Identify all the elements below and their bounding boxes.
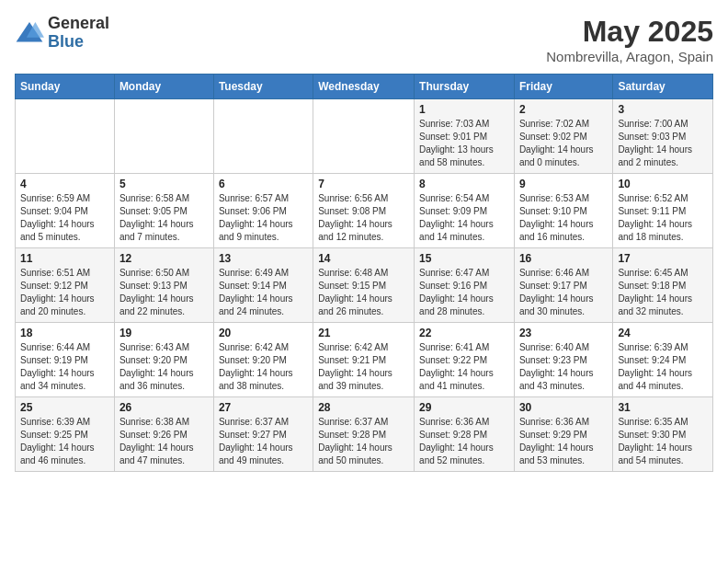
day-cell: 11Sunrise: 6:51 AMSunset: 9:12 PMDayligh… <box>16 248 115 323</box>
day-cell <box>16 99 115 174</box>
day-cell: 8Sunrise: 6:54 AMSunset: 9:09 PMDaylight… <box>415 174 515 248</box>
header-wednesday: Wednesday <box>313 75 415 99</box>
day-cell: 19Sunrise: 6:43 AMSunset: 9:20 PMDayligh… <box>114 323 213 397</box>
day-info: Sunrise: 6:54 AMSunset: 9:09 PMDaylight:… <box>419 192 509 244</box>
day-number: 26 <box>119 401 209 414</box>
day-cell: 16Sunrise: 6:46 AMSunset: 9:17 PMDayligh… <box>514 248 612 323</box>
day-cell: 23Sunrise: 6:40 AMSunset: 9:23 PMDayligh… <box>514 323 612 397</box>
day-cell: 14Sunrise: 6:48 AMSunset: 9:15 PMDayligh… <box>313 248 415 323</box>
day-info: Sunrise: 6:37 AMSunset: 9:28 PMDaylight:… <box>318 416 409 467</box>
day-cell: 9Sunrise: 6:53 AMSunset: 9:10 PMDaylight… <box>514 174 612 248</box>
week-row-2: 4Sunrise: 6:59 AMSunset: 9:04 PMDaylight… <box>16 174 713 248</box>
main-title: May 2025 <box>546 15 713 49</box>
day-number: 16 <box>519 252 608 265</box>
day-cell: 21Sunrise: 6:42 AMSunset: 9:21 PMDayligh… <box>313 323 415 397</box>
header-friday: Friday <box>514 75 612 99</box>
week-row-1: 1Sunrise: 7:03 AMSunset: 9:01 PMDaylight… <box>16 99 713 174</box>
day-number: 17 <box>618 252 708 265</box>
logo-blue: Blue <box>48 33 109 52</box>
day-cell: 28Sunrise: 6:37 AMSunset: 9:28 PMDayligh… <box>313 397 415 472</box>
day-number: 10 <box>618 178 708 190</box>
day-number: 15 <box>419 252 509 265</box>
day-number: 29 <box>419 401 509 414</box>
day-number: 25 <box>20 401 109 414</box>
day-number: 31 <box>618 401 708 414</box>
day-info: Sunrise: 6:46 AMSunset: 9:17 PMDaylight:… <box>519 267 608 318</box>
day-cell: 26Sunrise: 6:38 AMSunset: 9:26 PMDayligh… <box>114 397 213 472</box>
day-number: 30 <box>519 401 608 414</box>
day-number: 7 <box>318 178 409 190</box>
day-info: Sunrise: 6:50 AMSunset: 9:13 PMDaylight:… <box>119 267 209 318</box>
day-info: Sunrise: 6:37 AMSunset: 9:27 PMDaylight:… <box>219 416 308 467</box>
day-info: Sunrise: 7:00 AMSunset: 9:03 PMDaylight:… <box>618 118 708 169</box>
day-cell: 29Sunrise: 6:36 AMSunset: 9:28 PMDayligh… <box>415 397 515 472</box>
day-number: 27 <box>219 401 308 414</box>
day-cell: 20Sunrise: 6:42 AMSunset: 9:20 PMDayligh… <box>213 323 313 397</box>
day-info: Sunrise: 6:43 AMSunset: 9:20 PMDaylight:… <box>119 341 209 393</box>
day-cell: 10Sunrise: 6:52 AMSunset: 9:11 PMDayligh… <box>613 174 713 248</box>
day-number: 18 <box>20 327 109 339</box>
header-row: SundayMondayTuesdayWednesdayThursdayFrid… <box>16 75 713 99</box>
day-cell: 24Sunrise: 6:39 AMSunset: 9:24 PMDayligh… <box>613 323 713 397</box>
week-row-3: 11Sunrise: 6:51 AMSunset: 9:12 PMDayligh… <box>16 248 713 323</box>
day-info: Sunrise: 6:56 AMSunset: 9:08 PMDaylight:… <box>318 192 409 244</box>
day-number: 22 <box>419 327 509 339</box>
day-info: Sunrise: 6:49 AMSunset: 9:14 PMDaylight:… <box>219 267 308 318</box>
day-number: 5 <box>119 178 209 190</box>
day-info: Sunrise: 6:51 AMSunset: 9:12 PMDaylight:… <box>20 267 109 318</box>
day-info: Sunrise: 6:38 AMSunset: 9:26 PMDaylight:… <box>119 416 209 467</box>
day-cell <box>114 99 213 174</box>
day-cell: 5Sunrise: 6:58 AMSunset: 9:05 PMDaylight… <box>114 174 213 248</box>
day-info: Sunrise: 6:35 AMSunset: 9:30 PMDaylight:… <box>618 416 708 467</box>
day-info: Sunrise: 6:36 AMSunset: 9:28 PMDaylight:… <box>419 416 509 467</box>
header-sunday: Sunday <box>16 75 115 99</box>
day-cell: 17Sunrise: 6:45 AMSunset: 9:18 PMDayligh… <box>613 248 713 323</box>
day-number: 4 <box>20 178 109 190</box>
sub-title: Nombrevilla, Aragon, Spain <box>546 49 713 64</box>
calendar-table: SundayMondayTuesdayWednesdayThursdayFrid… <box>15 74 713 472</box>
day-number: 28 <box>318 401 409 414</box>
day-cell: 2Sunrise: 7:02 AMSunset: 9:02 PMDaylight… <box>514 99 612 174</box>
day-info: Sunrise: 6:44 AMSunset: 9:19 PMDaylight:… <box>20 341 109 393</box>
day-info: Sunrise: 6:48 AMSunset: 9:15 PMDaylight:… <box>318 267 409 318</box>
day-number: 3 <box>618 103 708 116</box>
day-info: Sunrise: 6:39 AMSunset: 9:24 PMDaylight:… <box>618 341 708 393</box>
day-number: 8 <box>419 178 509 190</box>
logo: General Blue <box>15 15 109 52</box>
day-cell: 15Sunrise: 6:47 AMSunset: 9:16 PMDayligh… <box>415 248 515 323</box>
day-number: 21 <box>318 327 409 339</box>
day-cell: 25Sunrise: 6:39 AMSunset: 9:25 PMDayligh… <box>16 397 115 472</box>
day-cell <box>313 99 415 174</box>
day-info: Sunrise: 6:47 AMSunset: 9:16 PMDaylight:… <box>419 267 509 318</box>
day-info: Sunrise: 6:36 AMSunset: 9:29 PMDaylight:… <box>519 416 608 467</box>
day-number: 12 <box>119 252 209 265</box>
day-info: Sunrise: 6:40 AMSunset: 9:23 PMDaylight:… <box>519 341 608 393</box>
title-block: May 2025 Nombrevilla, Aragon, Spain <box>546 15 713 64</box>
week-row-4: 18Sunrise: 6:44 AMSunset: 9:19 PMDayligh… <box>16 323 713 397</box>
day-info: Sunrise: 6:53 AMSunset: 9:10 PMDaylight:… <box>519 192 608 244</box>
day-cell: 18Sunrise: 6:44 AMSunset: 9:19 PMDayligh… <box>16 323 115 397</box>
logo-text: General Blue <box>48 15 109 52</box>
day-info: Sunrise: 7:02 AMSunset: 9:02 PMDaylight:… <box>519 118 608 169</box>
day-number: 23 <box>519 327 608 339</box>
day-info: Sunrise: 6:52 AMSunset: 9:11 PMDaylight:… <box>618 192 708 244</box>
day-cell: 13Sunrise: 6:49 AMSunset: 9:14 PMDayligh… <box>213 248 313 323</box>
day-number: 11 <box>20 252 109 265</box>
day-cell: 31Sunrise: 6:35 AMSunset: 9:30 PMDayligh… <box>613 397 713 472</box>
day-info: Sunrise: 6:58 AMSunset: 9:05 PMDaylight:… <box>119 192 209 244</box>
day-info: Sunrise: 6:45 AMSunset: 9:18 PMDaylight:… <box>618 267 708 318</box>
day-info: Sunrise: 6:41 AMSunset: 9:22 PMDaylight:… <box>419 341 509 393</box>
day-cell: 6Sunrise: 6:57 AMSunset: 9:06 PMDaylight… <box>213 174 313 248</box>
day-number: 19 <box>119 327 209 339</box>
day-number: 20 <box>219 327 308 339</box>
day-info: Sunrise: 7:03 AMSunset: 9:01 PMDaylight:… <box>419 118 509 169</box>
day-info: Sunrise: 6:39 AMSunset: 9:25 PMDaylight:… <box>20 416 109 467</box>
logo-icon <box>15 18 44 48</box>
day-info: Sunrise: 6:57 AMSunset: 9:06 PMDaylight:… <box>219 192 308 244</box>
header-tuesday: Tuesday <box>213 75 313 99</box>
day-cell <box>213 99 313 174</box>
day-number: 14 <box>318 252 409 265</box>
logo-general: General <box>48 15 109 33</box>
day-info: Sunrise: 6:42 AMSunset: 9:20 PMDaylight:… <box>219 341 308 393</box>
day-cell: 27Sunrise: 6:37 AMSunset: 9:27 PMDayligh… <box>213 397 313 472</box>
